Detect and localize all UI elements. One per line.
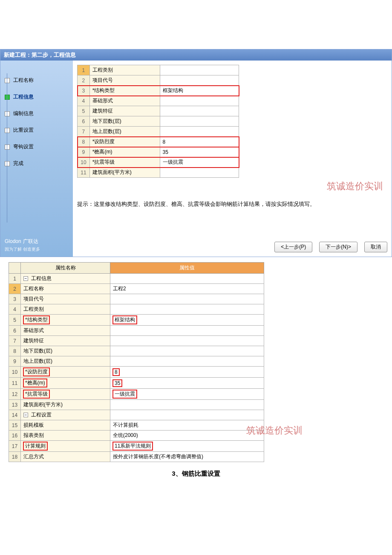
dialog-title: 新建工程：第二步，工程信息 [0,49,392,61]
col-property-name: 属性名称 [21,263,110,274]
grid-row[interactable]: 1− 工程信息 [9,274,264,284]
property-label: 地上层数(层) [89,127,160,137]
wizard-step-item[interactable]: 编制信息 [0,108,73,119]
property-label: *结构类型 [89,86,160,96]
property-value[interactable] [110,400,264,410]
property-value[interactable] [160,127,239,137]
step-marker-icon [5,128,10,133]
next-button[interactable]: 下一步(N)> [319,242,357,252]
grid-row[interactable]: 7建筑特征 [9,336,264,346]
collapse-icon[interactable]: − [23,276,28,281]
property-value[interactable]: 按外皮计算钢筋长度(不考虑弯曲调整值) [110,452,264,462]
row-number: 6 [78,116,90,127]
row-number: 2 [9,284,21,294]
row-number: 11 [9,378,21,389]
wizard-step-item[interactable]: 工程信息 [0,92,73,102]
property-value[interactable] [160,65,239,75]
grid-row[interactable]: 10*设防烈度8 [9,367,264,378]
property-label: 汇总方式 [21,452,110,462]
property-value[interactable] [160,96,239,106]
grid-row[interactable]: 3项目代号 [9,294,264,304]
grid-row[interactable]: 18汇总方式按外皮计算钢筋长度(不考虑弯曲调整值) [9,452,264,462]
property-label: 项目代号 [21,294,110,304]
wizard-step-item[interactable]: 完成 [0,158,73,169]
property-value[interactable] [110,326,264,336]
property-value[interactable] [110,294,264,304]
grid-row[interactable]: 5*结构类型框架结构 [9,315,264,326]
brand-block: Glodon 广联达 因为了解 创造更多 [5,237,69,252]
property-value[interactable]: 8 [110,367,264,378]
property-value[interactable]: 框架结构 [160,86,239,96]
row-number: 1 [78,65,90,75]
wizard-step-item[interactable]: 工程名称 [0,75,73,86]
row-number: 1 [9,274,21,284]
property-label: *檐高(m) [21,378,110,389]
property-value[interactable]: 不计算损耗 [110,420,264,431]
new-project-dialog: 新建工程：第二步，工程信息 工程名称工程信息编制信息比重设置弯钩设置完成 Glo… [0,49,392,257]
grid-row[interactable]: 15损耗模板不计算损耗 [9,420,264,431]
property-value[interactable] [110,346,264,356]
property-label: 工程类别 [89,65,160,75]
property-value[interactable]: 一级抗震 [160,157,239,168]
property-value[interactable] [110,356,264,367]
grid-row[interactable]: 6地下层数(层) [78,116,239,127]
property-value[interactable] [160,116,239,127]
hint-text: 提示：这里修改结构类型、设防烈度、檐高、抗震等级会影响钢筋计算结果，请按实际情况… [77,200,315,208]
property-label: 损耗模板 [21,420,110,431]
property-label: − 工程信息 [21,274,110,284]
cancel-button[interactable]: 取消 [364,242,387,252]
property-value[interactable] [110,336,264,346]
property-value[interactable] [110,274,264,284]
grid-row[interactable]: 10*抗震等级一级抗震 [78,157,239,168]
property-value[interactable]: 一级抗震 [110,389,264,400]
property-value[interactable] [160,168,239,178]
project-info-grid[interactable]: 1工程类别2项目代号3*结构类型框架结构4基础形式5建筑特征6地下层数(层)7地… [77,65,239,178]
col-property-value: 属性值 [110,263,264,274]
property-value[interactable]: 工程2 [110,284,264,294]
property-label: 建筑特征 [21,336,110,346]
grid-row[interactable]: 12*抗震等级一级抗震 [9,389,264,400]
property-value[interactable] [160,106,239,116]
property-label: *抗震等级 [89,157,160,168]
property-value[interactable]: 框架结构 [110,315,264,326]
collapse-icon[interactable]: − [23,413,28,417]
grid-row[interactable]: 3*结构类型框架结构 [78,86,239,96]
grid-row[interactable]: 8*设防烈度8 [78,137,239,147]
property-label: 工程名称 [21,284,110,294]
wizard-step-item[interactable]: 弯钩设置 [0,142,73,152]
row-number: 13 [9,400,21,410]
property-label: *结构类型 [21,315,110,326]
property-value[interactable] [110,304,264,315]
step-label: 比重设置 [13,127,34,134]
property-value[interactable]: 35 [160,147,239,157]
property-value[interactable] [160,75,239,86]
grid-row[interactable]: 9地上层数(层) [9,356,264,367]
property-grid[interactable]: 属性名称 属性值 1− 工程信息2工程名称工程23项目代号4工程类别5*结构类型… [9,262,264,462]
grid-row[interactable]: 2项目代号 [78,75,239,86]
prev-button[interactable]: <上一步(P) [274,242,312,252]
grid-row[interactable]: 13建筑面积(平方米) [9,400,264,410]
grid-row[interactable]: 4基础形式 [78,96,239,106]
property-value[interactable]: 全统(2000) [110,431,264,441]
property-value[interactable]: 8 [160,137,239,147]
grid-row[interactable]: 2工程名称工程2 [9,284,264,294]
property-label: 地下层数(层) [89,116,160,127]
grid-row[interactable]: 11*檐高(m)35 [9,378,264,389]
property-value[interactable]: 35 [110,378,264,389]
grid-row[interactable]: 14− 工程设置 [9,410,264,420]
grid-row[interactable]: 11建筑面积(平方米) [78,168,239,178]
row-number: 8 [9,346,21,356]
grid-row[interactable]: 5建筑特征 [78,106,239,116]
grid-row[interactable]: 17计算规则11系新平法规则 [9,441,264,452]
nav-connector-line [7,73,7,223]
grid-row[interactable]: 4工程类别 [9,304,264,315]
property-value[interactable]: 11系新平法规则 [110,441,264,452]
grid-row[interactable]: 7地上层数(层) [78,127,239,137]
grid-row[interactable]: 16报表类别全统(2000) [9,431,264,441]
grid-row[interactable]: 9*檐高(m)35 [78,147,239,157]
grid-row[interactable]: 8地下层数(层) [9,346,264,356]
wizard-step-item[interactable]: 比重设置 [0,125,73,136]
grid-row[interactable]: 1工程类别 [78,65,239,75]
property-value[interactable] [110,410,264,420]
grid-row[interactable]: 6基础形式 [9,326,264,336]
